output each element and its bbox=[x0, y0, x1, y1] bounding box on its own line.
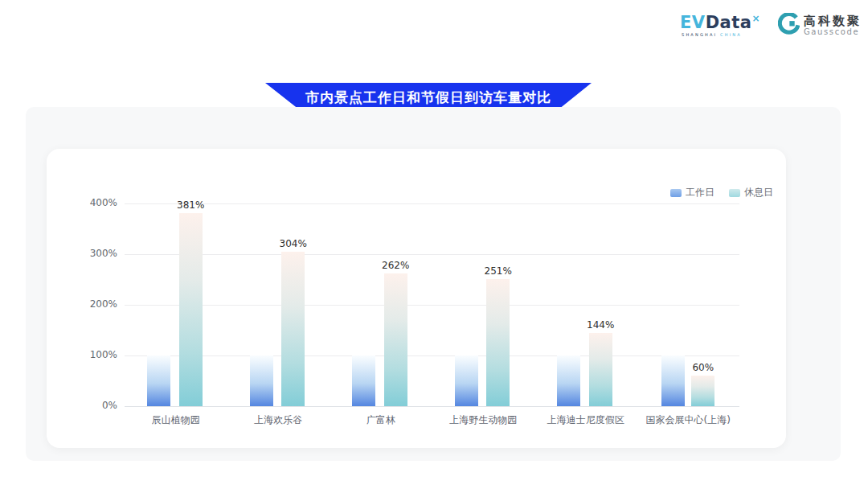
gausscode-logo: 高科数聚 Gausscode bbox=[778, 13, 862, 38]
bar-workday[interactable] bbox=[661, 355, 685, 406]
bar-workday[interactable] bbox=[455, 355, 478, 406]
chart-legend: 工作日 休息日 bbox=[670, 186, 773, 199]
bar-chart-plot: 381%304%262%251%144%60% bbox=[125, 203, 739, 406]
bar-value-label: 381% bbox=[177, 199, 204, 211]
bar-restday[interactable] bbox=[589, 333, 612, 406]
chart-panel: 工作日 休息日 381%304%262%251%144%60% 0%100%20… bbox=[26, 107, 841, 461]
bar-column: 381% bbox=[177, 199, 204, 406]
y-axis-tick-label: 400% bbox=[66, 197, 117, 208]
chart-card: 工作日 休息日 381%304%262%251%144%60% 0%100%20… bbox=[47, 149, 786, 448]
bar-column: 304% bbox=[280, 238, 307, 406]
bar-value-label: 60% bbox=[692, 362, 714, 373]
dashboard-page: EVData× SHANGHAI CHINA 高科数聚 Gausscode 市内… bbox=[0, 0, 868, 489]
x-axis-line bbox=[125, 406, 739, 407]
bar-value-label: 251% bbox=[485, 265, 512, 277]
gausscode-cn: 高科数聚 bbox=[804, 14, 862, 28]
legend-item-workday[interactable]: 工作日 bbox=[670, 186, 714, 199]
gausscode-icon bbox=[778, 13, 800, 38]
bar-column: 144% bbox=[587, 319, 614, 406]
bar-group: 144% bbox=[534, 203, 637, 406]
x-axis-category-label: 辰山植物园 bbox=[125, 413, 227, 427]
bar-restday[interactable] bbox=[691, 376, 714, 406]
bar-column bbox=[661, 355, 685, 406]
bar-column: 60% bbox=[691, 362, 714, 406]
bar-value-label: 304% bbox=[280, 238, 307, 249]
bar-restday[interactable] bbox=[384, 273, 407, 406]
bar-value-label: 144% bbox=[587, 319, 614, 331]
bar-group: 381% bbox=[125, 203, 227, 406]
evdata-logo-text: EVData× bbox=[680, 14, 760, 31]
evdata-x-mark: × bbox=[751, 13, 760, 24]
x-axis-category-label: 广富林 bbox=[330, 413, 432, 427]
y-axis-tick-label: 200% bbox=[66, 298, 117, 310]
bar-restday[interactable] bbox=[281, 252, 305, 406]
bar-column bbox=[147, 355, 170, 406]
bar-group: 60% bbox=[637, 203, 740, 406]
gausscode-logo-text: 高科数聚 Gausscode bbox=[804, 14, 862, 37]
bar-column bbox=[455, 355, 478, 406]
x-axis-category-label: 上海野生动物园 bbox=[432, 413, 535, 427]
header-logos: EVData× SHANGHAI CHINA 高科数聚 Gausscode bbox=[680, 13, 862, 38]
bar-workday[interactable] bbox=[352, 355, 375, 406]
x-axis-category-label: 上海欢乐谷 bbox=[227, 413, 330, 427]
bar-value-label: 262% bbox=[382, 260, 409, 271]
evdata-tagline: SHANGHAI CHINA bbox=[682, 33, 742, 37]
y-axis-tick-label: 100% bbox=[66, 349, 117, 360]
bar-column bbox=[352, 355, 375, 406]
page-title: 市内景点工作日和节假日到访车量对比 bbox=[305, 88, 551, 107]
y-axis-tick-label: 0% bbox=[66, 400, 117, 411]
y-axis-tick-label: 300% bbox=[66, 248, 117, 259]
evdata-data: Data bbox=[706, 13, 752, 32]
bar-group: 262% bbox=[330, 203, 432, 406]
legend-marker-workday-icon bbox=[670, 189, 682, 197]
bar-restday[interactable] bbox=[486, 279, 510, 406]
bar-column: 251% bbox=[485, 265, 512, 406]
bar-restday[interactable] bbox=[179, 213, 203, 406]
legend-label-restday: 休息日 bbox=[744, 186, 773, 199]
gausscode-en: Gausscode bbox=[804, 27, 862, 36]
bar-workday[interactable] bbox=[147, 355, 170, 406]
bar-column bbox=[250, 355, 273, 406]
evdata-logo: EVData× SHANGHAI CHINA bbox=[680, 14, 760, 37]
bar-workday[interactable] bbox=[557, 355, 580, 406]
evdata-ev: EV bbox=[680, 13, 706, 32]
bar-column: 262% bbox=[382, 260, 409, 406]
bar-group: 251% bbox=[432, 203, 535, 406]
bar-group: 304% bbox=[227, 203, 330, 406]
legend-item-restday[interactable]: 休息日 bbox=[729, 186, 773, 199]
x-axis-category-label: 上海迪士尼度假区 bbox=[534, 413, 637, 427]
x-axis-category-label: 国家会展中心(上海) bbox=[637, 413, 740, 427]
bar-column bbox=[557, 355, 580, 406]
bar-workday[interactable] bbox=[250, 355, 273, 406]
legend-marker-restday-icon bbox=[729, 189, 740, 197]
legend-label-workday: 工作日 bbox=[686, 186, 714, 199]
